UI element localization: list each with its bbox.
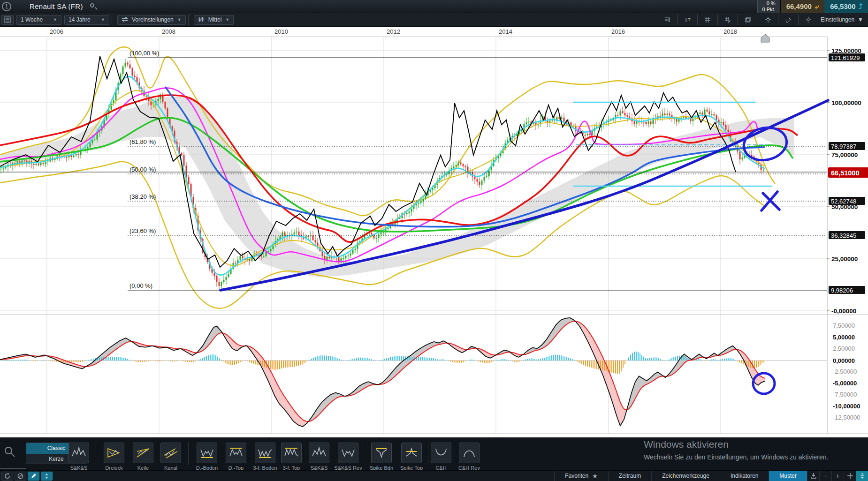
macd-axis-label: -2,50000 (833, 368, 857, 375)
pattern-button-sks[interactable] (309, 443, 329, 463)
fib-value-badge: 52,62748 (831, 198, 856, 205)
settings-button[interactable]: Einstellungen▼ (816, 16, 868, 23)
triangle-icon (106, 445, 122, 461)
ask-value: 66,5300 (830, 2, 855, 10)
pattern-button-sks-rev[interactable] (338, 443, 358, 463)
grid-draw-icon[interactable] (722, 15, 734, 24)
watermark-subtitle: Wechseln Sie zu den Einstellungen, um Wi… (644, 453, 829, 461)
x-axis-year-label: 2006 (50, 28, 63, 35)
macd-axis-label: -12,50000 (833, 414, 860, 421)
pattern-button-cup-rev[interactable] (459, 443, 480, 463)
page-title: Renault SA (FR) (30, 2, 83, 10)
pattern-button-triple-top[interactable] (281, 443, 302, 463)
chart-type-dropdown[interactable]: Mittel▼ (194, 15, 234, 25)
ask-quote[interactable]: 66,5300⤴ (824, 0, 868, 13)
fib-value-badge: 9,98206 (831, 287, 853, 294)
tab-label: Indikatoren (731, 473, 758, 479)
change-percent: 0 % (762, 0, 776, 7)
crosshair-plus-icon[interactable] (844, 471, 856, 481)
y-axis-price-label: 25,00000 (831, 256, 858, 263)
tab-muster[interactable]: Muster (769, 471, 807, 481)
x-axis-year-label: 2016 (611, 28, 625, 35)
zoom-in-icon[interactable]: + (831, 471, 844, 481)
fib-value-badge: 36,32845 (831, 232, 856, 239)
tab-label: Zeitraum (619, 473, 641, 479)
divider (19, 0, 19, 13)
star-icon: ★ (592, 473, 598, 480)
fib-value-badge: 78,97387 (831, 143, 856, 150)
trading-app: 1 Renault SA (FR) 0 % 0 Pkt. 66,4900⤶ 66… (0, 0, 868, 481)
bid-quote[interactable]: 66,4900⤶ (780, 0, 825, 13)
pattern-button-triple-bottom[interactable] (255, 443, 275, 463)
bottom-bar: Favoriten★ZeitraumZeichenwerkzeugeIndika… (0, 470, 868, 481)
fit-icon[interactable] (807, 471, 819, 481)
pencil-icon[interactable] (28, 472, 39, 481)
gear-icon[interactable] (802, 15, 815, 24)
pattern-button-cup[interactable] (431, 443, 451, 463)
tab-favoriten[interactable]: Favoriten★ (554, 471, 608, 481)
tab-label: Zeichenwerkzeuge (662, 473, 709, 479)
x-axis-year-label: 2010 (274, 28, 288, 35)
eraser-icon[interactable] (782, 15, 794, 24)
updown-icon[interactable] (41, 472, 53, 481)
no-draw-icon[interactable] (15, 472, 26, 481)
wedge-icon (135, 445, 151, 461)
pattern-button-double-bottom[interactable] (197, 443, 217, 463)
legend-list-icon[interactable] (1, 15, 14, 25)
sliders-icon (122, 16, 128, 23)
watermark-title: Windows aktivieren (644, 439, 829, 450)
refresh-icon[interactable] (1, 472, 13, 481)
grid-icon[interactable] (701, 15, 714, 24)
range-dropdown[interactable]: 14 Jahre▼ (64, 15, 109, 25)
divider (0, 468, 26, 469)
zoom-out-icon[interactable]: − (819, 471, 831, 481)
pattern-button-spike-bottom[interactable] (371, 443, 392, 463)
fib-label: (38,20 %) (129, 193, 156, 200)
x-axis-year-label: 2014 (499, 28, 512, 35)
y-axis-price-label: 75,00000 (831, 151, 858, 158)
divider (188, 442, 189, 465)
instrument-number-icon: 1 (2, 2, 11, 11)
sks-icon (311, 445, 327, 461)
pattern-button-double-top[interactable] (226, 443, 246, 463)
panel-layout-icon[interactable] (661, 15, 673, 24)
change-points: 0 Pkt. (762, 7, 776, 13)
cup-rev-icon (461, 445, 477, 461)
scale-icon[interactable] (856, 471, 868, 481)
spike-top-icon (404, 445, 419, 461)
x-axis-year-label: 2018 (723, 28, 737, 35)
text-tool-icon[interactable]: TT (681, 15, 693, 24)
macd-axis-label: -7,50000 (833, 391, 857, 398)
double-bottom-icon (199, 445, 215, 461)
triple-top-icon (283, 445, 299, 461)
x-axis-year-label: 2012 (387, 28, 400, 35)
sks-icon (71, 445, 87, 461)
layers-icon[interactable] (742, 15, 754, 24)
arrow-up-icon: ⤴ (859, 2, 863, 10)
tab-indikatoren[interactable]: Indikatoren (720, 471, 769, 481)
interval-dropdown[interactable]: 1 Woche▼ (16, 15, 61, 25)
macd-axis-label: 2,50000 (833, 345, 855, 352)
pattern-button-wedge[interactable] (133, 443, 153, 463)
sks-rev-icon (340, 445, 356, 461)
tab-zeitraum[interactable]: Zeitraum (608, 471, 651, 481)
pattern-button-triangle[interactable] (104, 443, 124, 463)
title-bar: 1 Renault SA (FR) 0 % 0 Pkt. 66,4900⤶ 66… (0, 0, 868, 13)
pattern-button-sks[interactable] (69, 443, 89, 463)
chart-canvas[interactable]: 2006200820102012201420162018(100,00 %)(6… (0, 27, 868, 437)
macd-axis-label: -10,00000 (833, 403, 860, 410)
fib-value-badge: 121,61929 (831, 54, 860, 61)
candle-icon (198, 16, 205, 23)
presets-dropdown[interactable]: Voreinstellungen▼ (117, 15, 186, 25)
pattern-button-channel[interactable] (160, 443, 181, 463)
search-patterns-icon[interactable] (4, 446, 16, 460)
search-icon[interactable] (90, 3, 97, 10)
pattern-button-spike-top[interactable] (401, 443, 422, 463)
crosshair-icon[interactable] (762, 15, 774, 24)
chart-toolbar: 1 Woche▼ 14 Jahre▼ Voreinstellungen▼ Mit… (0, 13, 868, 27)
macd-axis-label: 5,00000 (833, 334, 855, 341)
x-axis-year-label: 2008 (162, 28, 175, 35)
macd-axis-label: 0,00000 (833, 357, 855, 364)
tab-zeichenwerkzeuge[interactable]: Zeichenwerkzeuge (651, 471, 720, 481)
fib-label: (0,00 %) (129, 282, 152, 289)
